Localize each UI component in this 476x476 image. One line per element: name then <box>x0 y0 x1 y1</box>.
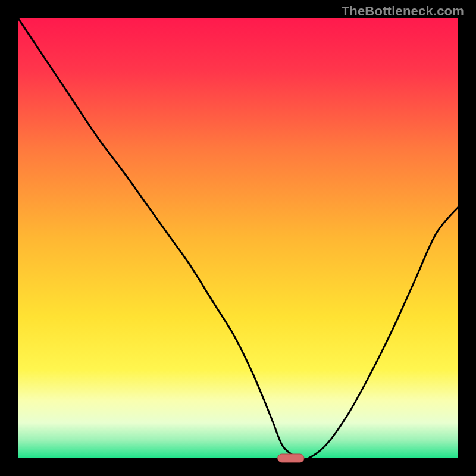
watermark-text: TheBottleneck.com <box>342 4 464 19</box>
chart-container: TheBottleneck.com <box>0 0 476 476</box>
bottleneck-chart <box>0 0 476 476</box>
optimum-marker <box>278 454 304 462</box>
gradient-background <box>18 18 458 458</box>
